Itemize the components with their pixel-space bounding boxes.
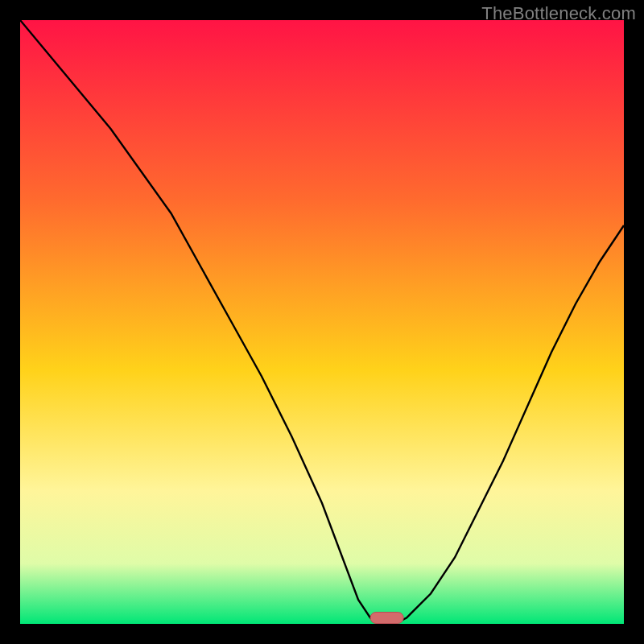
chart-frame: TheBottleneck.com xyxy=(0,0,644,644)
bottleneck-chart xyxy=(20,20,624,624)
optimum-marker xyxy=(370,613,403,624)
plot-area xyxy=(20,20,624,624)
watermark-label: TheBottleneck.com xyxy=(481,3,636,24)
gradient-background xyxy=(20,20,624,624)
